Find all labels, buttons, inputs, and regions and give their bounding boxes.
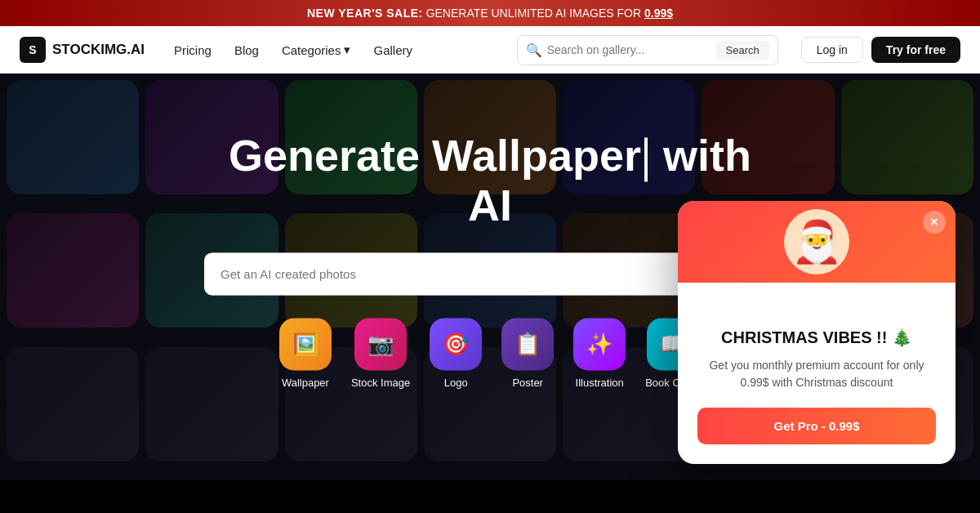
- popup-header: 🎅 ×: [678, 201, 956, 283]
- search-button[interactable]: Search: [716, 41, 769, 60]
- category-icon-illustration: ✨: [573, 319, 626, 371]
- search-icon: 🔍: [526, 42, 542, 58]
- category-icon-stock-image: 📷: [354, 319, 407, 371]
- logo[interactable]: S STOCKIMG.AI: [20, 37, 145, 63]
- category-icon-wallpaper: 🖼️: [279, 319, 332, 371]
- santa-icon: 🎅: [784, 209, 849, 274]
- hero-section: Generate Wallpaper with AI Generate 🖼️ W…: [0, 74, 980, 480]
- chevron-down-icon: ▾: [344, 42, 350, 57]
- category-stock-image[interactable]: 📷 Stock Image: [351, 319, 410, 390]
- nav-blog[interactable]: Blog: [234, 43, 259, 57]
- category-label-stock-image: Stock Image: [351, 377, 410, 390]
- category-logo[interactable]: 🎯 Logo: [430, 319, 482, 390]
- banner-price[interactable]: 0.99$: [644, 7, 673, 20]
- logo-icon: S: [20, 37, 46, 63]
- nav-pricing[interactable]: Pricing: [174, 43, 212, 57]
- search-bar: 🔍 Search: [517, 35, 778, 65]
- cursor-icon: [644, 137, 648, 181]
- login-button[interactable]: Log in: [801, 37, 863, 63]
- banner-prefix: NEW YEAR'S SALE:: [307, 7, 423, 20]
- search-input[interactable]: [547, 43, 711, 56]
- try-free-button[interactable]: Try for free: [871, 37, 960, 63]
- category-poster[interactable]: 📋 Poster: [501, 319, 554, 390]
- hero-search-input[interactable]: [204, 253, 679, 296]
- popup-description: Get you monthly premium account for only…: [697, 357, 936, 391]
- nav-categories[interactable]: Categories ▾: [282, 42, 351, 57]
- navbar: S STOCKIMG.AI Pricing Blog Categories ▾ …: [0, 26, 980, 74]
- banner-middle: GENERATE UNLIMITED AI IMAGES FOR: [426, 7, 644, 20]
- hero-title-part1: Generate Wallpaper: [229, 131, 641, 180]
- category-label-poster: Poster: [512, 377, 543, 390]
- popup-body: CHRISTMAS VIBES !! 🎄 Get you monthly pre…: [678, 283, 956, 464]
- category-label-wallpaper: Wallpaper: [282, 377, 329, 390]
- category-illustration[interactable]: ✨ Illustration: [573, 319, 626, 390]
- category-wallpaper[interactable]: 🖼️ Wallpaper: [279, 319, 332, 390]
- popup-close-button[interactable]: ×: [923, 211, 946, 234]
- nav-gallery[interactable]: Gallery: [373, 43, 412, 57]
- category-icon-logo: 🎯: [430, 319, 482, 371]
- popup-title: CHRISTMAS VIBES !! 🎄: [697, 328, 936, 347]
- christmas-popup: 🎅 × CHRISTMAS VIBES !! 🎄 Get you monthly…: [678, 201, 956, 464]
- category-label-logo: Logo: [444, 377, 468, 390]
- logo-text: STOCKIMG.AI: [52, 42, 145, 58]
- category-label-illustration: Illustration: [576, 377, 624, 390]
- category-icon-poster: 📋: [501, 319, 554, 371]
- nav-right: Log in Try for free: [801, 37, 960, 63]
- top-banner: NEW YEAR'S SALE: GENERATE UNLIMITED AI I…: [0, 0, 980, 26]
- popup-cta-button[interactable]: Get Pro - 0.99$: [697, 408, 936, 444]
